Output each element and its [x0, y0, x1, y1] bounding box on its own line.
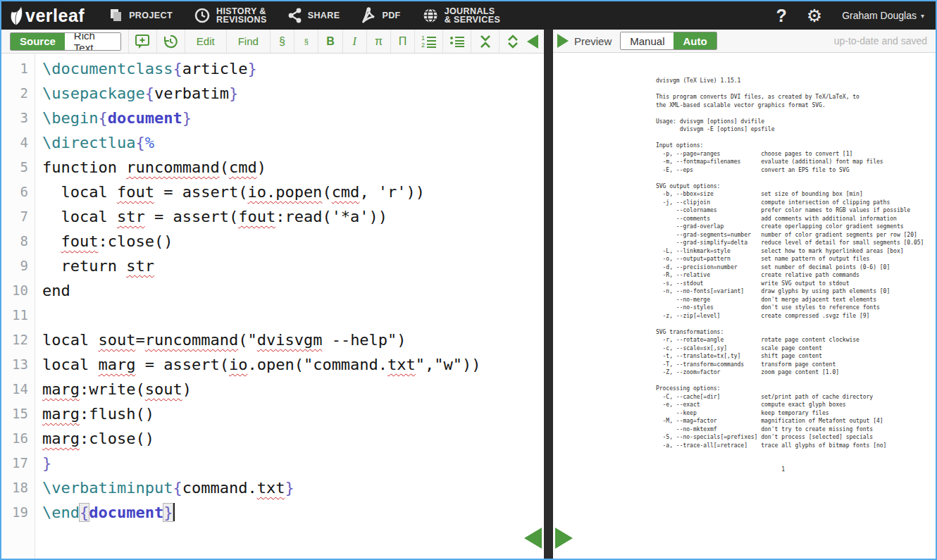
chevron-down-icon: ▾ [921, 12, 924, 20]
code-lines[interactable]: \documentclass{article}\usepackage{verba… [35, 54, 544, 559]
manual-compile-button[interactable]: Manual [621, 32, 674, 49]
code-line[interactable]: fout:close() [42, 229, 544, 254]
bold-button[interactable]: B [318, 30, 342, 53]
line-number: 3 [1, 106, 28, 130]
line-number: 12 [1, 328, 28, 352]
share-icon [288, 8, 302, 23]
collapse-editor-arrow[interactable] [527, 35, 538, 49]
pane-resize-divider[interactable] [544, 30, 553, 559]
project-copies-icon [109, 8, 123, 23]
fold-sections-button[interactable] [471, 30, 499, 53]
code-line[interactable]: marg:close() [42, 426, 544, 451]
fold-right-pane-arrow[interactable] [555, 528, 573, 549]
editor-toolbar: Source Rich Text [1, 30, 544, 54]
help-button[interactable]: ? [776, 6, 786, 26]
code-line[interactable]: \documentclass{article} [42, 56, 544, 81]
editor-body: 12345678910111213141516171819 \documentc… [1, 54, 544, 559]
text-cursor [173, 503, 175, 521]
code-line[interactable]: local fout = assert(io.popen(cmd, 'r')) [42, 180, 544, 204]
line-number: 6 [1, 180, 28, 204]
menu-label-share: SHARE [308, 11, 340, 20]
code-line[interactable]: marg:write(sout) [42, 377, 544, 402]
code-line[interactable]: } [42, 451, 544, 475]
unfold-sections-button[interactable] [499, 30, 527, 53]
numbered-list-icon: 1 2 [421, 35, 437, 49]
code-line[interactable]: \usepackage{verbatim} [42, 81, 544, 106]
subsection-button[interactable]: § [294, 30, 318, 53]
code-line[interactable]: \verbatiminput{command.txt} [42, 475, 544, 500]
preview-pane: Preview Manual Auto up-to-date and saved… [553, 30, 936, 559]
preview-toolbar: Preview Manual Auto up-to-date and saved [553, 30, 936, 53]
line-number: 10 [1, 278, 28, 303]
line-number: 9 [1, 254, 28, 278]
menu-label-pdf: PDF [382, 11, 400, 20]
line-number: 8 [1, 229, 28, 254]
line-number: 18 [1, 475, 28, 500]
unfold-icon [506, 35, 520, 49]
display-math-button[interactable]: Π [390, 30, 414, 53]
leaf-icon [8, 5, 25, 26]
edit-menu-button[interactable]: Edit [185, 30, 226, 53]
top-menu-bar: verleaf PROJECT HISTORY &REVISIONS [1, 1, 936, 30]
menu-label-journals: JOURNALS& SERVICES [445, 7, 501, 25]
history-restore-icon [162, 33, 179, 50]
code-line[interactable]: \directlua{% [42, 130, 544, 155]
fold-icon [478, 35, 492, 49]
line-number: 15 [1, 402, 28, 426]
line-number: 11 [1, 303, 28, 328]
pdf-viewport[interactable]: dvisvgm (TeX Live) 1.15.1 This program c… [553, 53, 936, 559]
code-line[interactable]: local str = assert(fout:read('*a')) [42, 204, 544, 229]
comment-plus-icon [135, 34, 150, 49]
menu-label-history: HISTORY &REVISIONS [216, 7, 267, 25]
code-line[interactable] [42, 303, 544, 328]
editor-pane: Source Rich Text [1, 30, 544, 559]
preview-label: Preview [574, 35, 612, 47]
code-line[interactable]: end [42, 278, 544, 303]
line-number: 4 [1, 130, 28, 155]
settings-gear-icon[interactable]: ⚙ [807, 7, 822, 25]
topbar-right-cluster: ? ⚙ Graham Douglas ▾ [776, 6, 936, 26]
rich-text-mode-button[interactable]: Rich Text [65, 33, 120, 50]
fold-left-pane-arrow[interactable] [524, 528, 542, 549]
inline-math-button[interactable]: π [366, 30, 390, 53]
overleaf-logo[interactable]: verleaf [1, 5, 99, 26]
line-number: 16 [1, 426, 28, 451]
code-line[interactable]: return str [42, 254, 544, 278]
section-button[interactable]: § [270, 30, 294, 53]
main-split: Source Rich Text [1, 30, 936, 559]
overleaf-window: verleaf PROJECT HISTORY &REVISIONS [0, 0, 937, 560]
find-button[interactable]: Find [226, 30, 270, 53]
code-line[interactable]: local sout=runcommand("dvisvgm --help") [42, 328, 544, 352]
refresh-preview-arrow[interactable] [557, 34, 569, 48]
line-number: 19 [1, 500, 28, 525]
line-number: 7 [1, 204, 28, 229]
italic-button[interactable]: I [342, 30, 366, 53]
code-line[interactable]: \end{document} [42, 500, 544, 525]
code-line[interactable]: marg:flush() [42, 402, 544, 426]
menu-item-journals-services[interactable]: JOURNALS& SERVICES [411, 1, 511, 30]
history-clock-icon [194, 7, 211, 24]
line-number: 17 [1, 451, 28, 475]
line-number: 2 [1, 81, 28, 106]
track-changes-history-button[interactable] [156, 30, 185, 53]
menu-item-share[interactable]: SHARE [278, 1, 351, 30]
menu-label-project: PROJECT [129, 11, 173, 20]
numbered-list-button[interactable]: 1 2 [414, 30, 442, 53]
globe-icon [422, 7, 439, 24]
user-account-menu[interactable]: Graham Douglas ▾ [842, 10, 924, 21]
svg-text:1: 1 [421, 35, 425, 42]
compile-mode-toggle: Manual Auto [620, 32, 716, 50]
menu-item-project[interactable]: PROJECT [99, 1, 183, 30]
auto-compile-button[interactable]: Auto [674, 32, 716, 49]
bullet-list-icon [449, 35, 465, 49]
menu-item-history-revisions[interactable]: HISTORY &REVISIONS [183, 1, 278, 30]
code-line[interactable]: local marg = assert(io.open("command.txt… [42, 352, 544, 377]
add-comment-button[interactable] [128, 30, 156, 53]
menu-item-pdf[interactable]: PDF [350, 1, 411, 30]
bullet-list-button[interactable] [442, 30, 471, 53]
code-line[interactable]: function runcommand(cmd) [42, 155, 544, 180]
line-number-gutter: 12345678910111213141516171819 [1, 54, 35, 559]
source-mode-button[interactable]: Source [11, 33, 65, 50]
code-line[interactable]: \begin{document} [42, 106, 544, 130]
save-status: up-to-date and saved [834, 35, 936, 46]
